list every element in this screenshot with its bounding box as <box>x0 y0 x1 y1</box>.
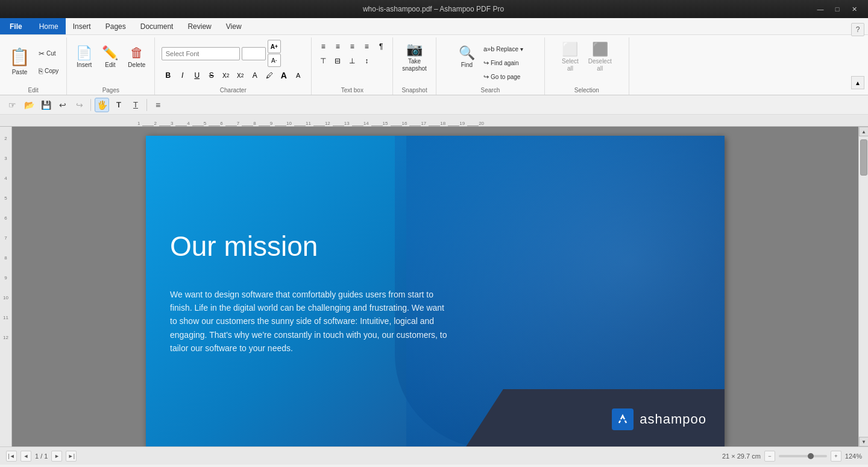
font-size-increase-icon[interactable]: A+ <box>268 40 281 53</box>
font-color-button[interactable]: A <box>248 69 262 82</box>
textbox-group-label: Text box <box>316 87 388 94</box>
hand-tool-button[interactable]: 🖐 <box>95 98 109 112</box>
main-area: 2 3 4 5 6 7 8 9 10 11 12 Our mission We … <box>0 127 868 446</box>
align-right-button[interactable]: ≡ <box>345 40 359 53</box>
character-group-label: Character <box>160 87 306 94</box>
list-tool-button[interactable]: ≡ <box>151 98 165 112</box>
align-center-button[interactable]: ≡ <box>331 40 344 53</box>
svg-rect-1 <box>620 419 626 421</box>
paste-button[interactable]: 📋 Paste <box>5 45 34 80</box>
help-button[interactable]: ? <box>851 23 864 36</box>
vertical-ruler: 2 3 4 5 6 7 8 9 10 11 12 <box>0 127 12 446</box>
pages-group-label: Pages <box>72 87 149 94</box>
ribbon-group-search: 🔍 Find a»b Replace ▾ ↪ Find again ↪ Go t… <box>436 37 545 95</box>
ribbon-group-pages: 📄 Insert ✏️ Edit 🗑 Delete Pages <box>67 37 155 95</box>
maximize-button[interactable]: □ <box>829 3 845 15</box>
document-view[interactable]: Our mission We want to design software t… <box>12 127 858 446</box>
ribbon-group-textbox: ≡ ≡ ≡ ≡ ¶ ⊤ ⊟ ⊥ ↕ Text box <box>312 37 393 95</box>
status-bar: |◄ ◄ 1 / 1 ► ►| 21 × 29.7 cm − + 124% <box>0 446 868 465</box>
replace-button[interactable]: a»b Replace ▾ <box>480 42 526 56</box>
select-tool-button[interactable]: ☞ <box>5 98 19 112</box>
close-button[interactable]: ✕ <box>846 3 862 15</box>
scroll-up-button[interactable]: ▲ <box>859 127 868 136</box>
window-title: who-is-ashampoo.pdf – Ashampoo PDF Pro <box>54 5 813 13</box>
italic-button[interactable]: I <box>176 69 189 82</box>
smaller-text-button[interactable]: A <box>292 69 305 82</box>
menu-review[interactable]: Review <box>180 18 218 34</box>
align-bottom-button[interactable]: ⊥ <box>345 54 359 68</box>
bold-button[interactable]: B <box>162 69 175 82</box>
edit-page-button[interactable]: ✏️ Edit <box>98 40 122 75</box>
open-file-button[interactable]: 📂 <box>22 98 36 112</box>
menu-home[interactable]: Home <box>32 18 66 34</box>
scroll-down-button[interactable]: ▼ <box>859 437 868 446</box>
align-middle-button[interactable]: ⊟ <box>331 54 344 68</box>
scroll-thumb[interactable] <box>860 139 867 176</box>
pdf-content: Our mission We want to design software t… <box>146 136 725 446</box>
menu-document[interactable]: Document <box>133 18 181 34</box>
menu-insert[interactable]: Insert <box>66 18 98 34</box>
undo-button[interactable]: ↩ <box>55 98 70 112</box>
line-spacing-button[interactable]: ↕ <box>360 54 373 68</box>
zoom-level: 124% <box>845 453 862 460</box>
toolbar-separator <box>90 99 91 111</box>
status-left: |◄ ◄ 1 / 1 ► ►| <box>6 451 77 462</box>
zoom-in-button[interactable]: + <box>831 451 841 462</box>
take-snapshot-button[interactable]: 📷 Takesnapshot <box>398 40 431 75</box>
font-size-input[interactable] <box>242 47 266 60</box>
ribbon-group-selection: ⬜ Selectall ⬛ Deselectall Selection <box>545 37 629 95</box>
find-button[interactable]: 🔍 Find <box>454 40 479 75</box>
align-top-button[interactable]: ⊤ <box>316 54 330 68</box>
redo-button[interactable]: ↪ <box>72 98 87 112</box>
ribbon-group-edit: 📋 Paste ✂ Cut ⎘ Copy Edit <box>0 37 67 95</box>
copy-button[interactable]: ⎘ Copy <box>36 65 61 78</box>
delete-page-button[interactable]: 🗑 Delete <box>124 40 149 75</box>
brand-name: ashampoo <box>640 411 706 427</box>
underline-button[interactable]: U <box>190 69 204 82</box>
last-page-button[interactable]: ►| <box>66 451 77 462</box>
select-all-button[interactable]: ⬜ Selectall <box>558 40 583 75</box>
menu-pages[interactable]: Pages <box>98 18 133 34</box>
insert-page-button[interactable]: 📄 Insert <box>72 40 96 75</box>
next-page-button[interactable]: ► <box>51 451 62 462</box>
page-dimensions: 21 × 29.7 cm <box>722 453 761 460</box>
text-underline-tool-button[interactable]: T <box>128 98 143 112</box>
prev-page-button[interactable]: ◄ <box>20 451 31 462</box>
menu-bar: File Home Insert Pages Document Review V… <box>0 18 868 35</box>
pdf-footer: ashampoo <box>464 389 725 446</box>
align-left-button[interactable]: ≡ <box>316 40 330 53</box>
ribbon-group-character: A+ A- B I U S X2 X2 A 🖊 A A Chara <box>155 37 312 95</box>
minimize-button[interactable]: — <box>813 3 828 15</box>
title-bar: who-is-ashampoo.pdf – Ashampoo PDF Pro —… <box>0 0 868 18</box>
justify-button[interactable]: ≡ <box>360 40 373 53</box>
page-indicator: 1 / 1 <box>35 453 48 460</box>
toolbar2: ☞ 📂 💾 ↩ ↪ 🖐 T T ≡ <box>0 95 868 115</box>
font-selector[interactable] <box>162 47 240 60</box>
pdf-page: Our mission We want to design software t… <box>146 136 725 446</box>
paragraph-button[interactable]: ¶ <box>374 40 388 53</box>
subscript-button[interactable]: X2 <box>219 69 233 82</box>
menu-view[interactable]: View <box>219 18 249 34</box>
font-size-decrease-icon[interactable]: A- <box>268 54 281 67</box>
bigger-text-button[interactable]: A <box>277 69 291 82</box>
cut-button[interactable]: ✂ Cut <box>36 47 61 60</box>
save-file-button[interactable]: 💾 <box>39 98 53 112</box>
zoom-slider[interactable] <box>779 455 827 457</box>
ribbon-group-snapshot: 📷 Takesnapshot Snapshot <box>393 37 436 95</box>
highlight-button[interactable]: 🖊 <box>263 69 276 82</box>
strikethrough-button[interactable]: S <box>205 69 218 82</box>
text-tool-button[interactable]: T <box>112 98 126 112</box>
menu-file[interactable]: File <box>0 18 32 34</box>
selection-group-label: Selection <box>550 87 624 94</box>
vertical-scrollbar[interactable]: ▲ ▼ <box>858 127 868 446</box>
first-page-button[interactable]: |◄ <box>6 451 17 462</box>
zoom-out-button[interactable]: − <box>764 451 775 462</box>
edit-group-label: Edit <box>5 87 61 94</box>
go-to-page-button[interactable]: ↪ Go to page <box>480 70 526 83</box>
scroll-track[interactable] <box>859 136 868 437</box>
pdf-text-area: Our mission We want to design software t… <box>170 136 471 446</box>
superscript-button[interactable]: X2 <box>234 69 247 82</box>
deselect-all-button[interactable]: ⬛ Deselectall <box>584 40 616 75</box>
find-again-button[interactable]: ↪ Find again <box>480 56 526 69</box>
ribbon-collapse-button[interactable]: ▲ <box>851 76 864 89</box>
